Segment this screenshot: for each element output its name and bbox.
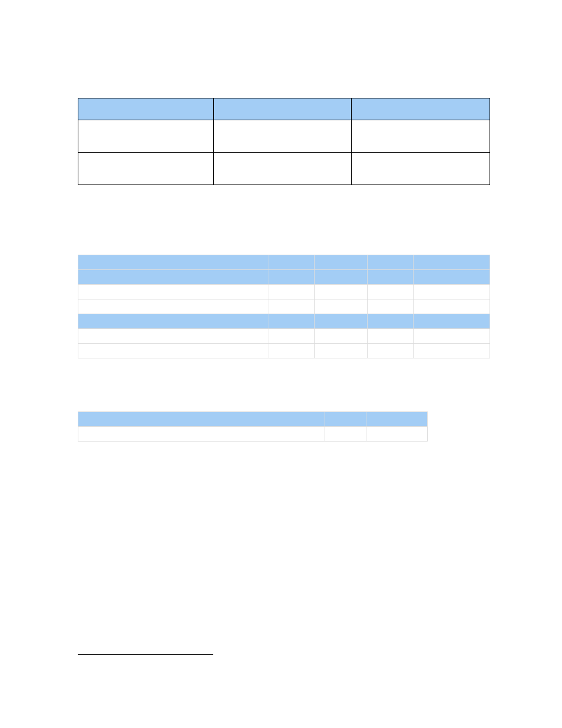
col-header <box>366 412 428 427</box>
cell <box>315 299 368 314</box>
cell <box>78 329 269 344</box>
cell <box>352 153 490 185</box>
col-header <box>78 412 325 427</box>
col-header <box>368 255 414 270</box>
col-header <box>414 270 490 285</box>
cell <box>414 299 490 314</box>
cell <box>213 153 352 185</box>
table-row <box>78 344 490 358</box>
cell <box>78 427 325 442</box>
cell <box>78 153 214 185</box>
col-header <box>269 255 315 270</box>
col-header <box>315 270 368 285</box>
col-header <box>78 314 269 329</box>
table-2 <box>78 255 490 358</box>
cell <box>325 427 366 442</box>
table-3 <box>78 411 428 442</box>
table-1 <box>78 98 490 185</box>
cell <box>414 285 490 299</box>
col-header <box>213 98 352 120</box>
col-header <box>78 98 214 120</box>
table-1-table <box>78 98 490 185</box>
table-2-table <box>78 255 490 358</box>
table-row <box>78 98 490 120</box>
col-header <box>269 314 315 329</box>
cell <box>368 329 414 344</box>
col-header <box>414 255 490 270</box>
cell <box>269 344 315 358</box>
cell <box>78 299 269 314</box>
cell <box>368 344 414 358</box>
col-header <box>414 314 490 329</box>
col-header <box>315 255 368 270</box>
cell <box>368 299 414 314</box>
cell <box>269 299 315 314</box>
table-3-table <box>78 411 428 442</box>
table-row <box>78 153 490 185</box>
cell <box>315 329 368 344</box>
table-row <box>78 314 490 329</box>
cell <box>352 120 490 153</box>
cell <box>78 285 269 299</box>
col-header <box>78 255 269 270</box>
table-row <box>78 299 490 314</box>
cell <box>78 344 269 358</box>
cell <box>315 344 368 358</box>
col-header <box>78 270 269 285</box>
footnote-separator <box>78 654 213 655</box>
table-row <box>78 427 428 442</box>
col-header <box>368 270 414 285</box>
table-row <box>78 412 428 427</box>
table-row <box>78 255 490 270</box>
cell <box>414 329 490 344</box>
col-header <box>368 314 414 329</box>
table-row <box>78 120 490 153</box>
cell <box>366 427 428 442</box>
cell <box>269 285 315 299</box>
cell <box>78 120 214 153</box>
cell <box>414 344 490 358</box>
col-header <box>352 98 490 120</box>
col-header <box>325 412 366 427</box>
col-header <box>315 314 368 329</box>
table-row <box>78 285 490 299</box>
table-row <box>78 270 490 285</box>
cell <box>315 285 368 299</box>
cell <box>213 120 352 153</box>
col-header <box>269 270 315 285</box>
cell <box>368 285 414 299</box>
table-row <box>78 329 490 344</box>
cell <box>269 329 315 344</box>
